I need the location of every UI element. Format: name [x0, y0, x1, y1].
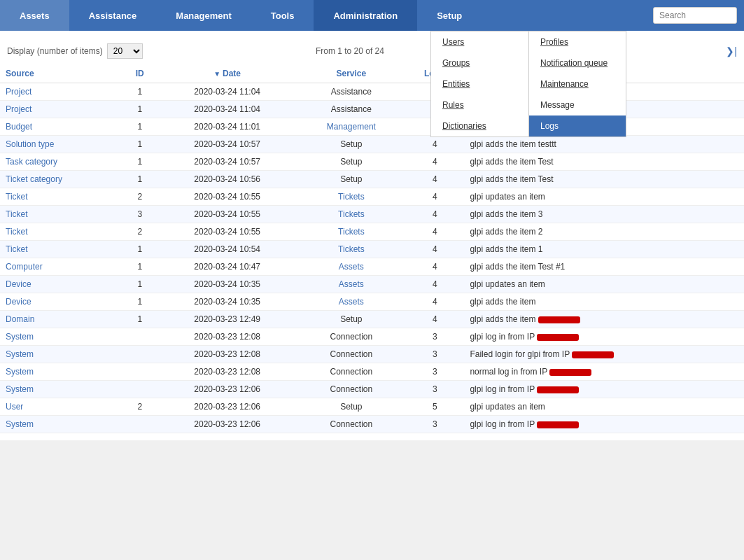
dropdown-rules[interactable]: Rules — [431, 94, 528, 115]
cell-message: glpi adds the item 3 — [464, 206, 744, 223]
cell-service: Tickets — [297, 223, 405, 241]
cell-id: 1 — [122, 258, 157, 276]
dropdown-message[interactable]: Message — [529, 94, 626, 115]
cell-id: 1 — [122, 136, 157, 153]
cell-service: Connection — [297, 381, 405, 398]
table-row: Ticket12020-03-24 10:54Tickets4glpi adds… — [0, 241, 744, 258]
redacted-value — [537, 334, 579, 341]
table-row: System2020-03-23 12:08Connection3normal … — [0, 363, 744, 381]
cell-source: Solution type — [0, 136, 122, 153]
search-box — [653, 7, 737, 24]
redacted-value — [549, 369, 591, 376]
dropdown-groups[interactable]: Groups — [431, 52, 528, 74]
cell-level: 4 — [405, 276, 464, 293]
cell-service: Tickets — [297, 188, 405, 206]
cell-id: 1 — [122, 311, 157, 328]
search-input[interactable] — [653, 7, 737, 24]
cell-message: glpi updates an item — [464, 398, 744, 416]
cell-date: 2020-03-24 10:56 — [157, 171, 297, 188]
cell-message: glpi updates an item — [464, 188, 744, 206]
nav-setup[interactable]: Setup — [417, 0, 482, 31]
cell-service: Assets — [297, 293, 405, 311]
cell-id: 1 — [122, 276, 157, 293]
cell-level: 4 — [405, 188, 464, 206]
cell-date: 2020-03-24 10:35 — [157, 293, 297, 311]
table-row: Budget12020-03-24 11:01Management4glpi a… — [0, 118, 744, 136]
table-row: Device12020-03-24 10:35Assets4glpi updat… — [0, 276, 744, 293]
nav-assistance[interactable]: Assistance — [69, 0, 157, 31]
table-row: System2020-03-23 12:08Connection3Failed … — [0, 346, 744, 363]
dropdown-logs[interactable]: Logs — [529, 115, 626, 136]
cell-date: 2020-03-24 10:47 — [157, 258, 297, 276]
col-id[interactable]: ID — [122, 64, 157, 83]
items-per-page-select[interactable]: 20 10 50 100 — [107, 43, 143, 59]
redacted-value — [538, 316, 580, 323]
dropdown-notification-queue[interactable]: Notification queue — [529, 52, 626, 74]
nav-tools[interactable]: Tools — [251, 0, 314, 31]
cell-message: normal log in from IP — [464, 363, 744, 381]
cell-id — [122, 363, 157, 381]
cell-date: 2020-03-24 11:04 — [157, 83, 297, 101]
nav-arrows: ❯| — [726, 46, 737, 57]
dropdown-profiles[interactable]: Profiles — [529, 31, 626, 52]
table-row: Computer12020-03-24 10:47Assets4glpi add… — [0, 258, 744, 276]
cell-id — [122, 416, 157, 433]
nav-management[interactable]: Management — [156, 0, 251, 31]
dropdown-maintenance[interactable]: Maintenance — [529, 74, 626, 94]
cell-date: 2020-03-23 12:49 — [157, 311, 297, 328]
dropdown-right-col: Profiles Notification queue Maintenance … — [528, 31, 626, 137]
cell-source: Project — [0, 83, 122, 101]
table-row: Ticket22020-03-24 10:55Tickets4glpi adds… — [0, 223, 744, 241]
table-header-row: Source ID ▼ Date Service Level Message — [0, 64, 744, 83]
cell-source: Ticket category — [0, 171, 122, 188]
cell-service: Management — [297, 118, 405, 136]
cell-source: Domain — [0, 311, 122, 328]
dropdown-dictionaries[interactable]: Dictionaries — [431, 115, 528, 136]
cell-level: 4 — [405, 153, 464, 171]
dropdown-users[interactable]: Users — [431, 31, 528, 52]
redacted-value — [537, 386, 579, 393]
content-area: Display (number of items) 20 10 50 100 F… — [0, 31, 744, 440]
cell-date: 2020-03-24 11:01 — [157, 118, 297, 136]
cell-id: 1 — [122, 83, 157, 101]
cell-id: 2 — [122, 188, 157, 206]
cell-message: glpi adds the item 1 — [464, 241, 744, 258]
cell-source: Ticket — [0, 223, 122, 241]
table-row: User22020-03-23 12:06Setup5glpi updates … — [0, 398, 744, 416]
cell-date: 2020-03-24 10:55 — [157, 206, 297, 223]
cell-source: Budget — [0, 118, 122, 136]
cell-source: Task category — [0, 153, 122, 171]
cell-level: 4 — [405, 241, 464, 258]
nav-administration[interactable]: Administration — [314, 0, 417, 31]
table-row: Project12020-03-24 11:04Assistance4glpi … — [0, 101, 744, 118]
col-date[interactable]: ▼ Date — [157, 64, 297, 83]
cell-service: Assistance — [297, 101, 405, 118]
table-row: Solution type12020-03-24 10:57Setup4glpi… — [0, 136, 744, 153]
cell-message: glpi log in from IP — [464, 328, 744, 346]
cell-id — [122, 328, 157, 346]
cell-service: Tickets — [297, 241, 405, 258]
cell-service: Connection — [297, 416, 405, 433]
cell-message: glpi adds the item testtt — [464, 136, 744, 153]
table-row: Ticket category12020-03-24 10:56Setup4gl… — [0, 171, 744, 188]
col-source[interactable]: Source — [0, 64, 122, 83]
cell-level: 4 — [405, 206, 464, 223]
cell-date: 2020-03-24 11:04 — [157, 101, 297, 118]
cell-date: 2020-03-24 10:54 — [157, 241, 297, 258]
col-service[interactable]: Service — [297, 64, 405, 83]
table-row: System2020-03-23 12:06Connection3glpi lo… — [0, 381, 744, 398]
cell-date: 2020-03-23 12:06 — [157, 381, 297, 398]
cell-source: System — [0, 416, 122, 433]
last-page-arrow[interactable]: ❯| — [726, 46, 737, 57]
cell-message: glpi adds the item 2 — [464, 223, 744, 241]
cell-id: 1 — [122, 153, 157, 171]
cell-service: Assets — [297, 276, 405, 293]
cell-id: 2 — [122, 398, 157, 416]
cell-message: glpi adds the item Test #1 — [464, 258, 744, 276]
nav-assets[interactable]: Assets — [0, 0, 69, 31]
dropdown-entities[interactable]: Entities — [431, 74, 528, 94]
cell-level: 4 — [405, 171, 464, 188]
cell-date: 2020-03-23 12:06 — [157, 416, 297, 433]
cell-service: Setup — [297, 153, 405, 171]
cell-message: glpi log in from IP — [464, 416, 744, 433]
